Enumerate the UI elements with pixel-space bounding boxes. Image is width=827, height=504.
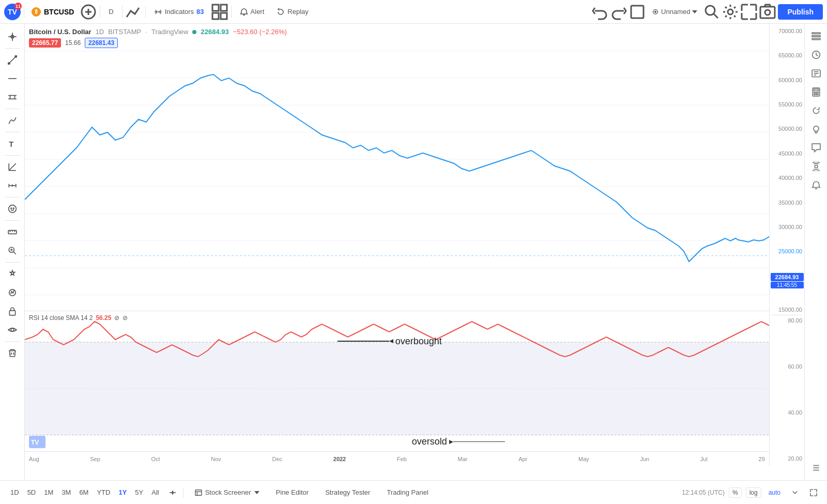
live-dot	[192, 30, 196, 34]
bottom-right: 12:14:05 (UTC) % log auto	[682, 485, 821, 500]
timeframe-button[interactable]: D	[103, 5, 118, 18]
channel-tool[interactable]	[4, 88, 21, 106]
reset-zoom-button[interactable]	[808, 102, 824, 119]
toolbar-settings-button[interactable]	[808, 460, 824, 476]
tradingview-logo[interactable]: TV 11	[4, 4, 21, 20]
tf-1m[interactable]: 1M	[40, 486, 57, 499]
freehand-tool[interactable]	[4, 112, 21, 129]
svg-rect-65	[812, 39, 820, 40]
y-axis: 70000.00 65000.00 60000.00 55000.00 5000…	[769, 24, 804, 466]
watchlist-panel-button[interactable]	[808, 28, 824, 44]
auto-button[interactable]: auto	[765, 488, 784, 497]
symbol-button[interactable]: ₿ BTCUSD	[27, 5, 78, 19]
tf-5d[interactable]: 5D	[23, 486, 40, 499]
tf-6m[interactable]: 6M	[75, 486, 93, 499]
alerts-panel-button[interactable]	[808, 177, 824, 193]
ruler-tool[interactable]	[4, 223, 21, 241]
notification-badge: 11	[14, 3, 22, 10]
tf-ytd[interactable]: YTD	[93, 486, 114, 499]
svg-rect-72	[814, 89, 818, 90]
gann-tool[interactable]	[4, 158, 21, 176]
rsi-y-40: 40.00	[772, 409, 802, 416]
alert-button[interactable]: Alert	[235, 5, 270, 19]
log-button[interactable]: log	[746, 487, 761, 498]
clock-button[interactable]	[808, 47, 824, 63]
y-50000: 50000.00	[772, 126, 802, 132]
zoom-tool[interactable]	[4, 242, 21, 259]
svg-point-80	[815, 165, 818, 168]
trading-panel-tab[interactable]: Trading Panel	[378, 484, 436, 500]
crosshair-tool[interactable]	[4, 28, 21, 45]
rsi-delete-icon[interactable]: ⊘	[122, 314, 128, 322]
tf-all[interactable]: All	[147, 486, 163, 499]
chart-name-button[interactable]: Unnamed	[648, 4, 701, 20]
tf-1d[interactable]: 1D	[6, 486, 23, 499]
x-label-may: May	[578, 456, 589, 462]
x-label-sep: Sep	[90, 456, 100, 462]
svg-rect-63	[812, 33, 820, 34]
redo-button[interactable]	[610, 4, 627, 20]
rsi-settings-icon[interactable]: ⊘	[114, 314, 119, 322]
left-toolbar: T	[0, 24, 25, 480]
chart-area[interactable]: Bitcoin / U.S. Dollar 1D BITSTAMP · Trad…	[25, 24, 804, 480]
svg-rect-5	[212, 13, 219, 19]
replay-button[interactable]: Replay	[271, 5, 313, 19]
svg-text:TV: TV	[31, 439, 39, 446]
compare-button[interactable]	[165, 485, 180, 500]
x-label-nov: Nov	[211, 456, 221, 462]
svg-point-84	[172, 492, 173, 493]
x-label-mar: Mar	[458, 456, 468, 462]
svg-rect-3	[212, 5, 219, 11]
chat-button[interactable]	[808, 140, 824, 156]
ideas-button[interactable]	[808, 121, 824, 138]
trading-panel-label: Trading Panel	[387, 488, 428, 496]
tf-3m[interactable]: 3M	[57, 486, 75, 499]
broadcast-button[interactable]	[808, 158, 824, 175]
bottom-toolbar: 1D 5D 1M 3M 6M YTD 1Y 5Y All Stock Scree…	[0, 480, 827, 504]
symbol-info: Bitcoin / U.S. Dollar 1D BITSTAMP · Trad…	[29, 28, 287, 36]
publish-button[interactable]: Publish	[778, 4, 823, 20]
fullscreen-toggle-button[interactable]	[629, 4, 646, 20]
x-label-apr: Apr	[518, 456, 527, 462]
svg-point-73	[814, 92, 815, 93]
svg-point-77	[816, 94, 817, 95]
tf-5y[interactable]: 5Y	[131, 486, 147, 499]
emoji-tool[interactable]	[4, 200, 21, 218]
pine-editor-tab[interactable]: Pine Editor	[268, 484, 317, 500]
search-button[interactable]	[703, 4, 720, 20]
line-tool[interactable]	[4, 51, 21, 69]
indicators-button[interactable]: Indicators 83	[149, 5, 209, 19]
strategy-tester-tab[interactable]: Strategy Tester	[317, 484, 378, 500]
price-chart	[25, 24, 769, 325]
calculator-button[interactable]	[808, 84, 824, 100]
delete-tool[interactable]	[4, 344, 21, 362]
collapse-panel-button[interactable]	[788, 485, 802, 500]
lock-tool[interactable]	[4, 302, 21, 320]
screenshot-button[interactable]	[759, 4, 776, 20]
x-label-jun: Jun	[640, 456, 649, 462]
settings-button[interactable]	[722, 4, 739, 20]
text-tool[interactable]: T	[4, 135, 21, 152]
tf-1y[interactable]: 1Y	[114, 486, 131, 499]
layouts-button[interactable]	[211, 4, 228, 20]
expand-button[interactable]	[741, 4, 757, 20]
add-symbol-button[interactable]	[80, 4, 97, 20]
eye-tool[interactable]	[4, 321, 21, 339]
watchlist-tool[interactable]	[4, 265, 21, 283]
expand-panel-button[interactable]	[806, 485, 821, 500]
stock-screener-tab[interactable]: Stock Screener	[187, 484, 268, 500]
svg-point-74	[816, 92, 817, 93]
indicators-label: Indicators	[165, 8, 194, 16]
undo-button[interactable]	[592, 4, 608, 20]
percent-button[interactable]: %	[729, 487, 742, 498]
horizontal-line-tool[interactable]	[4, 70, 21, 87]
measure-tool[interactable]	[4, 177, 21, 194]
svg-point-75	[817, 92, 818, 93]
news-button[interactable]	[808, 65, 824, 82]
indicator-overlay-tool[interactable]	[4, 284, 21, 301]
price-display: 22684.93	[201, 28, 228, 36]
svg-rect-6	[221, 13, 227, 19]
rsi-value: 56.25	[96, 314, 111, 322]
y-70000: 70000.00	[772, 28, 802, 34]
chart-type-button[interactable]	[126, 4, 142, 20]
